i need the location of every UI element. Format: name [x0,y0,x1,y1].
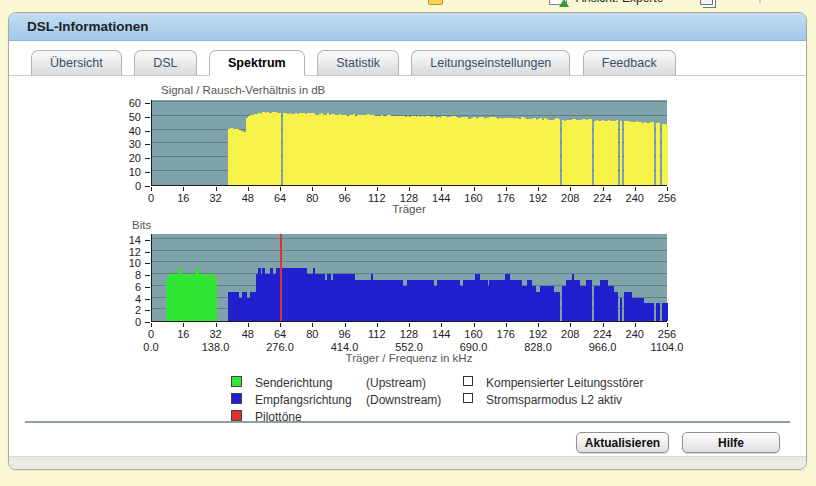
help-button[interactable]: Hilfe [682,432,780,453]
y-tick-label: 4 [117,293,141,305]
tab-statistik[interactable]: Statistik [317,50,399,76]
x-tick [409,187,410,191]
x-tick [377,323,378,327]
y-tick-label: 60 [117,97,141,109]
window-footer-strip [9,456,806,469]
tab-feedback[interactable]: Feedback [583,50,676,76]
x-tick [280,187,281,191]
x-tick-label: 240 [626,192,644,204]
x-tick-label: 80 [306,328,318,340]
bits-bar [658,303,661,321]
pilot-tone-line [280,234,282,321]
bits-bar [214,280,217,321]
x-tick-label: 176 [497,328,515,340]
tab-leitungseinstellungen[interactable]: Leitungseinstellungen [411,50,570,76]
x-tick-label: 144 [432,192,450,204]
bits-bar [590,280,593,321]
y-tick-label: 50 [117,111,141,123]
x-tick-label: 160 [464,192,482,204]
tab-spektrum[interactable]: Spektrum [209,50,305,76]
x-tick [216,187,217,191]
x-tick [441,187,442,191]
y-tick-label: 10 [117,166,141,178]
x-tick [248,187,249,191]
y-tick [145,158,150,159]
x-tick [506,323,507,327]
help-icon[interactable]: ? [757,0,763,9]
legend-note: (Upstream) [366,376,426,390]
x-tick-label: 48 [242,192,254,204]
y-tick [145,322,150,323]
freq-tick-label: 0.0 [143,341,158,353]
legend-note: (Downstream) [366,393,441,407]
y-tick-label: 0 [117,316,141,328]
x-tick [603,323,604,327]
tab-dsl[interactable]: DSL [134,50,196,76]
bits-bar [558,292,561,321]
y-tick [145,172,150,173]
bits-bar [652,303,655,321]
x-tick [635,187,636,191]
x-tick-label: 112 [368,328,386,340]
tab-uebersicht[interactable]: Übersicht [31,50,122,76]
snr-bar [558,119,561,185]
x-tick-label: 16 [177,328,189,340]
bits-chart-title: Bits [132,219,151,231]
x-tick-label: 240 [626,328,644,340]
x-tick [635,323,636,327]
legend-row-downstream: Empfangsrichtung (Downstream) Stromsparm… [9,393,806,406]
refresh-button[interactable]: Aktualisieren [576,432,669,453]
bits-bar [666,303,669,321]
y-tick-label: 20 [117,152,141,164]
y-tick [145,252,150,253]
x-tick [345,187,346,191]
mail-export-icon[interactable] [549,0,569,9]
x-tick-label: 208 [561,328,579,340]
x-tick [151,187,152,191]
bars-layer [152,100,667,185]
x-tick [441,323,442,327]
x-tick [409,323,410,327]
print-view-icon[interactable] [700,0,716,9]
x-tick [474,187,475,191]
y-tick-label: 6 [117,281,141,293]
view-mode-label[interactable]: Ansicht: Experte [576,0,663,9]
y-tick-label: 8 [117,269,141,281]
freq-tick-label: 276.0 [266,341,294,353]
y-tick [145,263,150,264]
top-toolbar-cropped: Ansicht: Experte ? [0,0,816,9]
x-tick-label: 80 [306,192,318,204]
x-tick-label: 32 [209,192,221,204]
y-tick [145,287,150,288]
snr-xaxis-label: Träger [392,203,425,215]
bars-layer [152,234,667,321]
x-tick-label: 208 [561,192,579,204]
x-tick-label: 48 [242,328,254,340]
y-tick-label: 0 [117,180,141,192]
x-tick [538,323,539,327]
legend-label: Kompensierter Leitungsstörer [486,376,643,390]
x-tick [280,323,281,327]
tab-bar: Übersicht DSL Spektrum Statistik Leitung… [9,50,806,76]
x-tick-label: 256 [658,328,676,340]
x-tick-label: 96 [338,192,350,204]
freq-tick-label: 828.0 [524,341,552,353]
x-tick [248,323,249,327]
snr-bar [666,125,669,185]
y-tick [145,131,150,132]
x-tick-label: 64 [274,192,286,204]
x-tick [312,323,313,327]
pilot-swatch [231,410,242,421]
x-tick-label: 176 [497,192,515,204]
x-tick [151,323,152,327]
x-tick [603,187,604,191]
x-tick [183,187,184,191]
y-tick [145,275,150,276]
y-tick-label: 10 [117,257,141,269]
legend-label: Stromsparmodus L2 aktiv [486,393,622,407]
x-tick [345,323,346,327]
upstream-swatch [231,376,242,387]
y-tick [145,299,150,300]
folder-icon[interactable] [428,0,444,9]
x-tick-label: 160 [464,328,482,340]
